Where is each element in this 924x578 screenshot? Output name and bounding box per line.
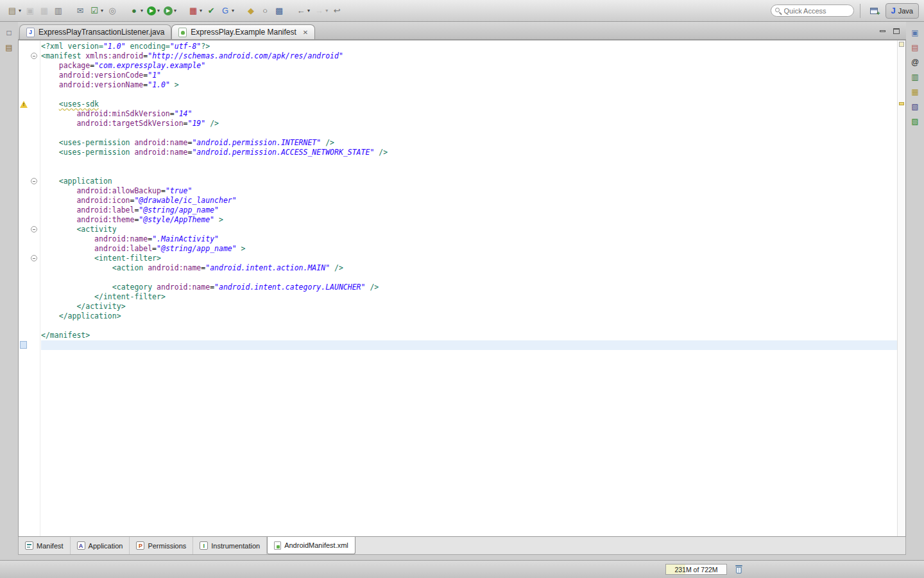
open-type-button[interactable]: ◆ <box>244 3 258 19</box>
skip-breakpoints-button[interactable]: ◎ <box>105 3 119 19</box>
maximize-button[interactable] <box>892 27 901 35</box>
gwt-compile-button[interactable]: G▾ <box>218 3 236 19</box>
code-token <box>41 186 76 195</box>
heap-status[interactable]: 231M of 722M <box>665 564 727 575</box>
xml-source-editor[interactable]: <?xml version="1.0" encoding="utf-8"?><m… <box>18 40 906 537</box>
forward-button[interactable]: →▾ <box>312 3 330 19</box>
code-line[interactable]: android:name=".MainActivity" <box>41 234 897 244</box>
mail-button[interactable]: ✉ <box>73 3 87 19</box>
save-all-button[interactable]: ▦ <box>37 3 51 19</box>
code-line[interactable]: android:allowBackup="true" <box>41 186 897 196</box>
print-button[interactable]: ▥ <box>51 3 65 19</box>
code-token: android:minSdkVersion <box>76 109 169 118</box>
code-line[interactable]: <category android:name="android.intent.c… <box>41 283 897 292</box>
code-line[interactable] <box>41 128 897 138</box>
run-garbage-collector-button[interactable] <box>733 565 744 575</box>
code-line[interactable]: android:label="@string/app_name" > <box>41 244 897 254</box>
code-line[interactable]: </activity> <box>41 302 897 311</box>
new-java-element-button[interactable]: ▩ <box>272 3 286 19</box>
quick-access-box[interactable] <box>771 4 854 17</box>
code-line[interactable]: package="com.expressplay.example" <box>41 61 897 71</box>
save-icon: ▣ <box>25 6 35 16</box>
code-token: android:theme <box>76 215 134 224</box>
code-line[interactable]: <?xml version="1.0" encoding="utf-8"?> <box>41 42 897 51</box>
code-line[interactable]: <uses-sdk <box>41 100 897 109</box>
code-line[interactable]: <manifest xmlns:android="http://schemas.… <box>41 51 897 61</box>
code-token: android:name <box>94 234 148 243</box>
code-line[interactable]: <uses-permission android:name="android.p… <box>41 148 897 157</box>
code-line[interactable] <box>41 90 897 100</box>
quick-access-input[interactable] <box>784 7 850 15</box>
code-line[interactable] <box>41 157 897 167</box>
fold-collapse-icon[interactable] <box>31 178 37 184</box>
fold-collapse-icon[interactable] <box>31 255 37 261</box>
tab-instrumentation[interactable]: I Instrumentation <box>193 537 267 554</box>
last-edit-location-button[interactable]: ↩ <box>330 3 344 19</box>
fold-bar[interactable] <box>29 40 40 536</box>
code-line[interactable]: <action android:name="android.intent.act… <box>41 263 897 273</box>
code-line[interactable]: <uses-permission android:name="android.p… <box>41 138 897 148</box>
code-line[interactable]: </application> <box>41 311 897 321</box>
problems-view-button[interactable]: ▦ <box>909 86 921 98</box>
java-perspective-button[interactable]: J Java <box>886 3 919 19</box>
tab-expressplay-example-manifest[interactable]: ExpressPlay.Example Manifest ✕ <box>171 24 315 39</box>
toolbar-icons: ▤▾▣▦▥✉☑▾◎●▾▶▾▶▾▦▾✔G▾◆○▩←▾→▾↩ <box>5 3 344 19</box>
code-line[interactable] <box>41 340 897 350</box>
javadoc-view-button[interactable]: @ <box>909 57 921 68</box>
code-token: ".MainActivity" <box>152 234 219 243</box>
code-line[interactable]: android:theme="@style/AppTheme" > <box>41 215 897 225</box>
marker-bar[interactable] <box>19 40 29 536</box>
new-task-button[interactable]: ☑▾ <box>87 3 105 19</box>
code-token: android:versionCode <box>59 71 144 80</box>
declaration-view-button[interactable]: ▥ <box>909 71 921 83</box>
code-line[interactable]: android:minSdkVersion="14" <box>41 109 897 119</box>
debug-button[interactable]: ●▾ <box>127 3 145 19</box>
code-line[interactable] <box>41 273 897 283</box>
code-line[interactable]: </intent-filter> <box>41 292 897 302</box>
code-line[interactable]: android:targetSdkVersion="19" /> <box>41 119 897 128</box>
tab-permissions[interactable]: P Permissions <box>130 537 193 554</box>
run-button[interactable]: ▶▾ <box>145 3 162 19</box>
code-line[interactable] <box>41 321 897 331</box>
open-perspective-button[interactable] <box>866 4 882 18</box>
code-line[interactable]: android:versionName="1.0" > <box>41 80 897 90</box>
logcat-view-button[interactable]: ▨ <box>909 116 921 127</box>
junit-button[interactable]: ✔ <box>204 3 218 19</box>
fold-collapse-icon[interactable] <box>31 53 37 59</box>
dropdown-caret-icon: ▾ <box>200 8 202 13</box>
mail-icon: ✉ <box>75 6 85 16</box>
tab-androidmanifest-xml[interactable]: AndroidManifest.xml <box>267 537 355 554</box>
code-line[interactable]: <intent-filter> <box>41 254 897 263</box>
restore-views-button[interactable]: ▣ <box>909 27 921 39</box>
tab-label: Instrumentation <box>211 542 260 550</box>
external-tools-button[interactable]: ▶▾ <box>162 3 178 19</box>
code-token <box>41 292 94 301</box>
overview-ruler[interactable] <box>897 40 905 536</box>
close-tab-icon[interactable]: ✕ <box>303 29 308 36</box>
annotation-summary-icon[interactable] <box>899 42 904 47</box>
coverage-button[interactable]: ▦▾ <box>186 3 204 19</box>
code-line[interactable]: android:icon="@drawable/ic_launcher" <box>41 196 897 206</box>
search-button[interactable]: ○ <box>258 3 272 19</box>
code-line[interactable]: android:versionCode="1" <box>41 71 897 80</box>
console-view-button[interactable]: ▧ <box>909 101 921 112</box>
warning-marker[interactable] <box>899 102 904 105</box>
code-token <box>41 206 76 215</box>
minimize-button[interactable] <box>878 27 887 35</box>
tab-expressplaytransactionlistener-java[interactable]: J ExpressPlayTransactionListener.java <box>19 24 171 39</box>
back-button[interactable]: ←▾ <box>294 3 312 19</box>
tab-application[interactable]: A Application <box>71 537 130 554</box>
minimized-view-button[interactable]: ▤ <box>3 42 15 53</box>
restore-editor-area-button[interactable]: □ <box>3 27 15 39</box>
code-line[interactable] <box>41 167 897 177</box>
tab-manifest[interactable]: Manifest <box>19 537 71 554</box>
fold-collapse-icon[interactable] <box>31 226 37 232</box>
code-line[interactable]: android:label="@string/app_name" <box>41 206 897 215</box>
code-line[interactable]: <application <box>41 177 897 186</box>
code-line[interactable]: <activity <box>41 225 897 234</box>
code-lines[interactable]: <?xml version="1.0" encoding="utf-8"?><m… <box>41 42 897 536</box>
save-button[interactable]: ▣ <box>23 3 37 19</box>
new-button[interactable]: ▤▾ <box>5 3 23 19</box>
task-list-view-button[interactable]: ▤ <box>909 42 921 53</box>
code-line[interactable]: </manifest> <box>41 331 897 340</box>
